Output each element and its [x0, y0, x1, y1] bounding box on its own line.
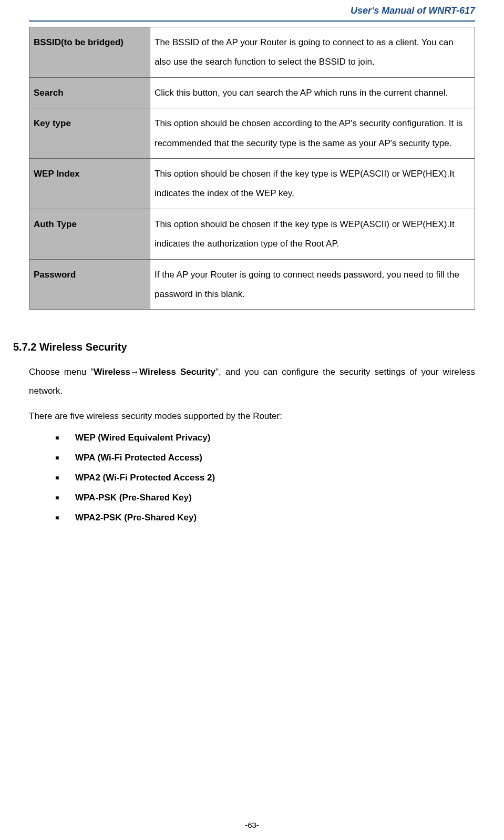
row-label: Auth Type: [29, 209, 150, 259]
list-item: WPA (Wi-Fi Protected Access): [55, 453, 475, 463]
row-desc: The BSSID of the AP your Router is going…: [150, 27, 475, 78]
row-label: Search: [29, 77, 150, 108]
row-desc: Click this button, you can search the AP…: [150, 77, 475, 108]
page-number: -63-: [0, 821, 504, 829]
row-desc: This option should be chosen according t…: [150, 108, 475, 159]
header-title: User's Manual of WNRT-617: [351, 5, 475, 16]
arrow-icon: →: [130, 367, 139, 377]
intro-paragraph: Choose menu "Wireless→Wireless Security"…: [29, 363, 475, 400]
row-label: Key type: [29, 108, 150, 159]
spec-table: BSSID(to be bridged) The BSSID of the AP…: [29, 27, 475, 310]
row-label: BSSID(to be bridged): [29, 27, 150, 78]
table-row: Auth Type This option should be chosen i…: [29, 209, 475, 259]
list-item: WPA2 (Wi-Fi Protected Access 2): [55, 473, 475, 483]
list-item: WPA-PSK (Pre-Shared Key): [55, 493, 475, 503]
list-item: WEP (Wired Equivalent Privacy): [55, 433, 475, 443]
row-label: WEP Index: [29, 158, 150, 209]
table-row: BSSID(to be bridged) The BSSID of the AP…: [29, 27, 475, 78]
table-row: Key type This option should be chosen ac…: [29, 108, 475, 159]
row-desc: This option should be chosen if the key …: [150, 209, 475, 259]
row-desc: This option should be chosen if the key …: [150, 158, 475, 209]
intro-prefix: Choose menu ": [29, 367, 94, 377]
page-header: User's Manual of WNRT-617: [29, 0, 475, 22]
intro-bold-security: Wireless Security: [139, 367, 215, 377]
row-label: Password: [29, 259, 150, 310]
table-row: Password If the AP your Router is going …: [29, 259, 475, 310]
list-item: WPA2-PSK (Pre-Shared Key): [55, 513, 475, 523]
section-heading: 5.7.2 Wireless Security: [13, 341, 475, 353]
modes-list: WEP (Wired Equivalent Privacy) WPA (Wi-F…: [29, 433, 475, 523]
intro-bold-wireless: Wireless: [94, 367, 130, 377]
row-desc: If the AP your Router is going to connec…: [150, 259, 475, 310]
table-row: WEP Index This option should be chosen i…: [29, 158, 475, 209]
table-row: Search Click this button, you can search…: [29, 77, 475, 108]
modes-intro: There are five wireless security modes s…: [29, 407, 475, 426]
